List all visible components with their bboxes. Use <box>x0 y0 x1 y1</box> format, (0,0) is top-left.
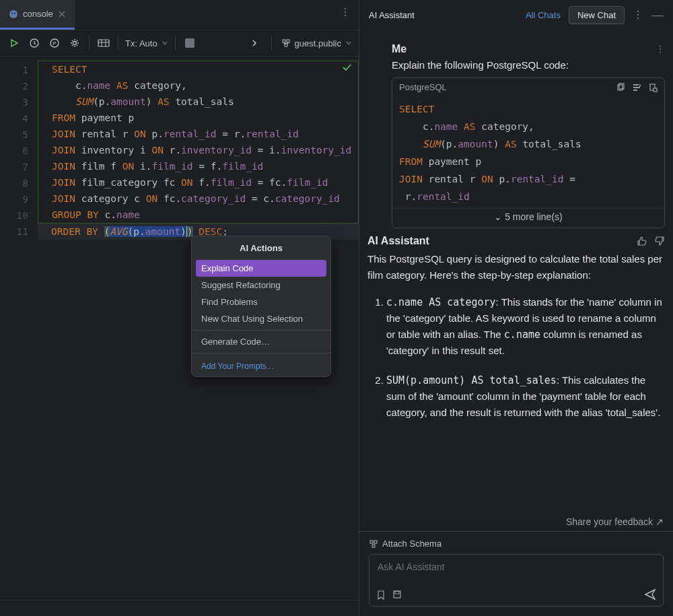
popup-title: AI Actions <box>192 236 330 260</box>
svg-point-0 <box>9 10 17 18</box>
history-icon[interactable] <box>27 36 42 50</box>
svg-point-16 <box>637 18 639 19</box>
editor-toolbar: P Tx: Auto <box>0 30 359 57</box>
svg-rect-25 <box>374 541 377 543</box>
expand-snippet[interactable]: 5 more line(s) <box>392 208 664 228</box>
list-item: c.name AS category: This stands for the … <box>386 294 665 359</box>
attach-schema[interactable]: Attach Schema <box>369 539 664 549</box>
svg-point-19 <box>660 51 661 53</box>
close-icon[interactable] <box>57 9 67 19</box>
popup-item-newchat[interactable]: New Chat Using Selection <box>192 310 330 327</box>
svg-point-2 <box>14 13 15 14</box>
svg-point-3 <box>345 8 346 9</box>
ai-name: AI Assistant <box>367 235 429 247</box>
svg-rect-20 <box>618 85 623 90</box>
user-message: Me Explain the following PostgreSQL code… <box>392 43 665 228</box>
user-name: Me <box>392 43 406 55</box>
insert-icon[interactable] <box>632 83 641 92</box>
schema-label: guest.public <box>295 38 341 48</box>
svg-point-15 <box>637 14 639 15</box>
popup-item-explain[interactable]: Explain Code <box>196 260 326 277</box>
input-area: Attach Schema Ask AI Assistant <box>359 531 673 616</box>
svg-point-17 <box>660 46 661 47</box>
output-mode-icon[interactable] <box>96 36 111 50</box>
svg-rect-26 <box>372 545 375 547</box>
tx-label: Tx: Auto <box>125 38 157 48</box>
ai-message: AI Assistant This PostgreSQL query is de… <box>367 235 665 421</box>
new-chat-button[interactable]: New Chat <box>569 6 625 24</box>
svg-point-9 <box>73 42 77 45</box>
bookmark-icon[interactable] <box>376 590 386 601</box>
more-icon[interactable] <box>340 7 351 18</box>
svg-point-18 <box>660 48 661 50</box>
svg-point-1 <box>11 13 13 14</box>
minimize-icon[interactable]: — <box>651 8 664 22</box>
popup-item-generate[interactable]: Generate Code… <box>192 333 330 350</box>
more-icon[interactable] <box>656 44 665 54</box>
svg-rect-12 <box>287 40 289 42</box>
svg-rect-10 <box>98 40 109 46</box>
stop-button[interactable] <box>182 36 197 50</box>
send-icon[interactable] <box>644 588 656 601</box>
run-button[interactable] <box>7 36 22 50</box>
ai-header: AI Assistant All Chats New Chat — <box>359 0 673 30</box>
save-icon[interactable] <box>392 590 402 601</box>
ai-actions-popup: AI Actions Explain Code Suggest Refactor… <box>191 236 331 377</box>
svg-point-14 <box>637 11 639 12</box>
more-icon[interactable] <box>633 9 643 20</box>
create-file-icon[interactable] <box>648 83 658 92</box>
schema-icon <box>281 38 291 48</box>
tx-mode-dropdown[interactable]: Tx: Auto <box>125 38 168 48</box>
elephant-icon <box>8 9 19 20</box>
svg-rect-24 <box>370 541 373 543</box>
code-snippet: PostgreSQL SELECT c.name AS category, SU… <box>392 77 665 228</box>
svg-rect-23 <box>653 88 657 92</box>
copy-icon[interactable] <box>616 83 625 92</box>
popup-add-prompts[interactable]: Add Your Prompts… <box>192 356 330 376</box>
ai-title: AI Assistant <box>369 10 415 20</box>
popup-item-problems[interactable]: Find Problems <box>192 294 330 310</box>
snippet-lang: PostgreSQL <box>399 82 447 92</box>
ai-intro: This PostgreSQL query is designed to cal… <box>367 251 665 283</box>
gutter: 123 456 789 1011 <box>0 57 38 600</box>
tab-bar: console <box>0 0 359 30</box>
thumbs-up-icon[interactable] <box>637 236 647 246</box>
bottom-bar <box>0 600 359 616</box>
chevron-right-icon[interactable] <box>247 36 262 50</box>
schema-selector[interactable]: guest.public <box>281 38 352 48</box>
all-chats-link[interactable]: All Chats <box>526 10 561 20</box>
list-item: SUM(p.amount) AS total_sales: This calcu… <box>386 372 665 421</box>
settings-icon[interactable] <box>67 36 82 50</box>
placeholder: Ask AI Assistant <box>378 561 445 572</box>
svg-rect-13 <box>285 44 287 46</box>
explain-plan-icon[interactable]: P <box>47 36 62 50</box>
svg-rect-21 <box>619 83 624 89</box>
tab-label: console <box>23 9 53 19</box>
chat-input[interactable]: Ask AI Assistant <box>369 554 664 607</box>
popup-item-refactor[interactable]: Suggest Refactoring <box>192 277 330 294</box>
feedback-link[interactable]: Share your feedback ↗ <box>566 516 664 527</box>
svg-rect-11 <box>283 40 285 42</box>
thumbs-down-icon[interactable] <box>654 236 665 246</box>
schema-icon <box>369 539 378 549</box>
user-text: Explain the following PostgreSQL code: <box>392 59 665 71</box>
chevron-down-icon <box>345 40 352 46</box>
tab-console[interactable]: console <box>0 0 75 30</box>
svg-text:P: P <box>52 40 56 46</box>
chat-area: Me Explain the following PostgreSQL code… <box>359 30 673 531</box>
editor-pane: console P <box>0 0 359 616</box>
svg-point-4 <box>345 11 346 13</box>
chevron-down-icon <box>162 40 168 46</box>
ai-pane: AI Assistant All Chats New Chat — Me <box>359 0 673 616</box>
svg-point-5 <box>345 15 346 16</box>
